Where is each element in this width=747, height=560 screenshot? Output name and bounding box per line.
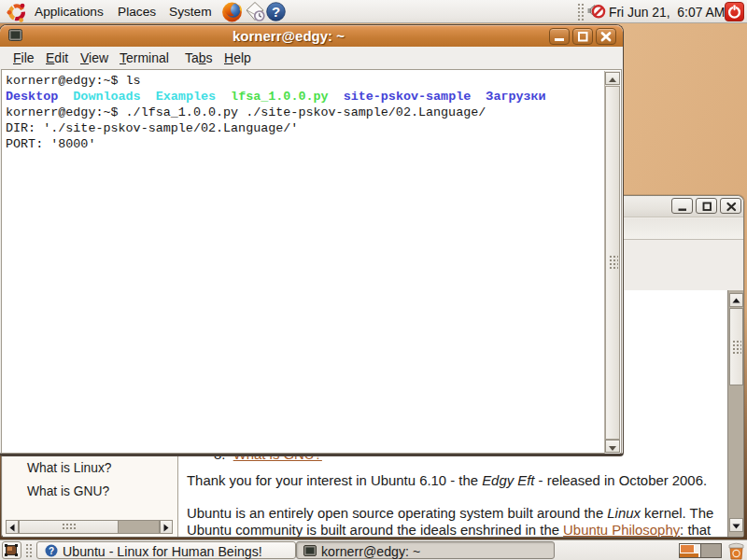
svg-text:?: ? — [272, 4, 280, 20]
svg-text:?: ? — [49, 546, 54, 556]
